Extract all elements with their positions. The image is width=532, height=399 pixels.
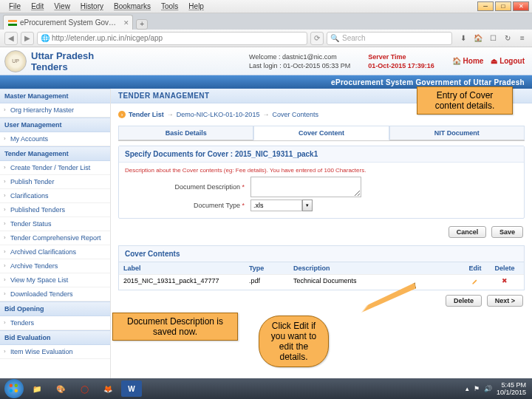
tab-nit-document[interactable]: NIT Document xyxy=(389,126,525,140)
callout-desc-saved: Document Description is saved now. xyxy=(112,313,238,341)
col-edit: Edit xyxy=(460,265,490,272)
globe-icon: 🌐 xyxy=(41,34,50,42)
menu-edit[interactable]: Edit xyxy=(27,2,48,10)
col-delete: Delete xyxy=(490,265,519,272)
back-button[interactable]: ◀ xyxy=(4,32,18,45)
doc-type-select[interactable]: .xls xyxy=(250,200,302,211)
sidebar-group-bid-opening: Bid Opening xyxy=(0,301,110,316)
sidebar-item-publish-tender[interactable]: Publish Tender xyxy=(0,175,110,189)
specify-documents-panel: Specify Documents for Cover : 2015_NIC_1… xyxy=(118,146,525,219)
sidebar-item-archived-clarifications[interactable]: Archived Clarifications xyxy=(0,245,110,259)
browser-tab-bar: eProcurement System Gov… ✕ + xyxy=(0,13,532,30)
col-description: Description xyxy=(293,265,460,272)
menu-icon[interactable]: ≡ xyxy=(517,33,528,44)
taskbar-paint-icon[interactable]: 🎨 xyxy=(50,381,71,397)
tab-close-icon[interactable]: ✕ xyxy=(123,19,129,27)
tab-title: eProcurement System Gov… xyxy=(20,18,116,27)
char-hint: Description about the Cover contents (eg… xyxy=(125,167,518,174)
taskbar-firefox-icon[interactable]: 🦊 xyxy=(98,381,118,397)
sidebar-item-archive-tenders[interactable]: Archive Tenders xyxy=(0,259,110,273)
svg-point-0 xyxy=(10,384,13,387)
edit-icon[interactable] xyxy=(471,277,480,286)
download-icon[interactable]: ⬇ xyxy=(458,33,468,44)
menu-file[interactable]: File xyxy=(4,2,25,10)
forward-button[interactable]: ▶ xyxy=(21,32,34,45)
breadcrumb-cover-contents: Cover Contents xyxy=(272,111,318,118)
window-close[interactable]: ✕ xyxy=(513,1,529,11)
sidebar-item-clarifications[interactable]: Clarifications xyxy=(0,189,110,203)
india-flag-icon xyxy=(8,20,17,26)
welcome-block: Welcome : dastnic1@nic.com Last login : … xyxy=(249,52,350,70)
next-button[interactable]: Next > xyxy=(487,295,523,307)
menu-tools[interactable]: Tools xyxy=(157,2,183,10)
window-maximize[interactable]: □ xyxy=(495,1,511,11)
table-row: 2015_NIC_19311_pack1_47777 .pdf Technica… xyxy=(119,274,524,290)
logout-link[interactable]: ⏏ Logout xyxy=(491,57,525,65)
sidebar-item-published-tenders[interactable]: Published Tenders xyxy=(0,203,110,217)
taskbar-clock[interactable]: 5:45 PM 10/1/2015 xyxy=(497,381,528,396)
breadcrumb-tender-id[interactable]: Demo-NIC-LKO-01-10-2015 xyxy=(177,111,260,118)
menu-bookmarks[interactable]: Bookmarks xyxy=(109,2,155,10)
menu-history[interactable]: History xyxy=(76,2,108,10)
tray-arrow-icon[interactable]: ▴ xyxy=(466,385,469,392)
sidebar-group-bid-eval: Bid Evaluation xyxy=(0,330,110,345)
menu-view[interactable]: View xyxy=(50,2,75,10)
url-field[interactable]: 🌐 http://etender.up.nic.in/nicgep/app xyxy=(37,32,307,45)
sidebar-item-tender-status[interactable]: Tender Status xyxy=(0,217,110,231)
tab-cover-content[interactable]: Cover Content xyxy=(253,126,389,140)
site-header: UP Uttar Pradesh Tenders Welcome : dastn… xyxy=(0,47,532,75)
browser-toolbar: ◀ ▶ 🌐 http://etender.up.nic.in/nicgep/ap… xyxy=(0,30,532,47)
save-button[interactable]: Save xyxy=(491,226,523,238)
new-tab-button[interactable]: + xyxy=(136,19,148,30)
state-seal-icon: UP xyxy=(4,50,27,72)
reload-button[interactable]: ⟳ xyxy=(310,32,324,45)
delete-button[interactable]: Delete xyxy=(446,295,482,307)
content-tabs: Basic Details Cover Content NIT Document xyxy=(118,126,525,141)
breadcrumb-tender-list[interactable]: Tender List xyxy=(129,111,164,118)
window-minimize[interactable]: ─ xyxy=(477,1,494,11)
sidebar-item-view-my-space[interactable]: View My Space List xyxy=(0,273,110,287)
sidebar-group-user: User Management xyxy=(0,117,110,132)
sidebar-item-org-hierarchy[interactable]: Org Hierarchy Master xyxy=(0,103,110,117)
server-time: Server Time 01-Oct-2015 17:39:16 xyxy=(368,52,434,70)
cancel-button[interactable]: Cancel xyxy=(449,226,487,238)
tray-speaker-icon[interactable]: 🔊 xyxy=(484,385,492,392)
cell-label: 2015_NIC_19311_pack1_47777 xyxy=(123,277,249,287)
doc-description-input[interactable] xyxy=(250,177,361,197)
taskbar-word-icon[interactable]: W xyxy=(121,381,142,397)
site-title: Uttar Pradesh Tenders xyxy=(31,50,94,72)
home-icon[interactable]: 🏠 xyxy=(473,33,483,44)
taskbar-opera-icon[interactable]: ◯ xyxy=(74,381,95,397)
sidebar-item-item-wise-eval[interactable]: Item Wise Evaluation xyxy=(0,345,110,359)
dropdown-icon[interactable]: ▾ xyxy=(302,200,313,211)
panel-title: Specify Documents for Cover : 2015_NIC_1… xyxy=(119,146,524,163)
taskbar-explorer-icon[interactable]: 📁 xyxy=(27,381,47,397)
tray-flag-icon[interactable]: ⚑ xyxy=(474,385,480,392)
callout-entry-cover: Entry of Cover content details. xyxy=(417,86,513,115)
sidebar-item-my-accounts[interactable]: My Accounts xyxy=(0,132,110,146)
svg-point-3 xyxy=(15,389,18,392)
svg-point-1 xyxy=(15,384,18,387)
cell-description: Technical Documents xyxy=(293,277,460,287)
sidebar-group-tender: Tender Management xyxy=(0,146,110,161)
tab-basic-details[interactable]: Basic Details xyxy=(118,126,253,140)
search-icon: 🔍 xyxy=(330,34,339,42)
sidebar-item-comprehensive-report[interactable]: Tender Comprehensive Report xyxy=(0,231,110,245)
breadcrumb-icon: › xyxy=(118,111,126,118)
cell-type: .pdf xyxy=(249,277,293,287)
search-field[interactable]: 🔍 Search xyxy=(327,32,452,45)
menu-help[interactable]: Help xyxy=(184,2,208,10)
sidebar-item-tenders[interactable]: Tenders xyxy=(0,316,110,330)
sidebar-item-create-tender[interactable]: Create Tender / Tender List xyxy=(0,161,110,175)
browser-tab[interactable]: eProcurement System Gov… ✕ xyxy=(3,15,133,30)
bookmark-icon[interactable]: ☐ xyxy=(488,33,498,44)
sync-icon[interactable]: ↻ xyxy=(502,33,513,44)
col-label: Label xyxy=(123,265,249,272)
label-doc-type: Document Type * xyxy=(125,202,250,209)
delete-icon[interactable]: ✖ xyxy=(500,277,509,286)
cover-contents-table: Label Type Description Edit Delete 2015_… xyxy=(118,262,525,290)
windows-taskbar: 📁 🎨 ◯ 🦊 W ▴ ⚑ 🔊 5:45 PM 10/1/2015 xyxy=(0,378,532,399)
home-link[interactable]: 🏠 Home xyxy=(452,57,484,65)
start-button[interactable] xyxy=(4,379,24,398)
sidebar-item-downloaded-tenders[interactable]: Downloaded Tenders xyxy=(0,287,110,301)
